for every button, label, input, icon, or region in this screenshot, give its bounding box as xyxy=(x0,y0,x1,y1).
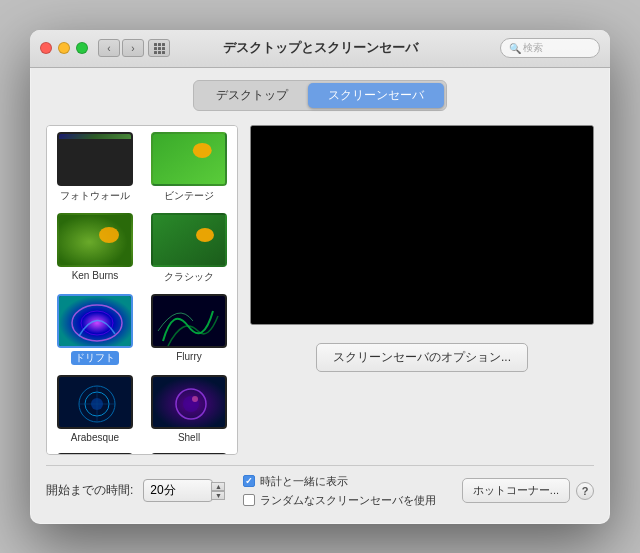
screensaver-options-button[interactable]: スクリーンセーバのオプション... xyxy=(316,343,528,372)
search-icon: 🔍 xyxy=(509,43,521,54)
ss-item-fotowol[interactable]: フォトウォール xyxy=(51,130,139,205)
random-label: ランダムなスクリーンセーバを使用 xyxy=(260,493,436,508)
ss-thumb-fotowol xyxy=(57,132,133,186)
ss-label-fotowol: フォトウォール xyxy=(60,189,130,203)
search-placeholder: 検索 xyxy=(523,41,543,55)
bottom-controls: 開始までの時間: 20分 ▲ ▼ 時計と一緒に表示 ランダムなスクリーンセーバを… xyxy=(46,465,594,508)
close-button[interactable] xyxy=(40,42,52,54)
ss-thumb-message: Aa xyxy=(57,453,133,455)
random-checkbox-row: ランダムなスクリーンセーバを使用 xyxy=(243,493,451,508)
ss-thumb-kenburns xyxy=(57,213,133,267)
ss-thumb-shell xyxy=(151,375,227,429)
svg-rect-3 xyxy=(59,215,133,267)
nav-buttons: ‹ › xyxy=(98,39,144,57)
svg-rect-0 xyxy=(153,133,225,184)
ss-label-kenburns: Ken Burns xyxy=(72,270,119,281)
svg-rect-5 xyxy=(153,215,227,267)
time-step-down[interactable]: ▼ xyxy=(211,491,225,500)
grid-icon xyxy=(154,43,165,54)
content-area: デスクトップ スクリーンセーバ フォトウォ xyxy=(30,68,610,524)
maximize-button[interactable] xyxy=(76,42,88,54)
tab-desktop[interactable]: デスクトップ xyxy=(196,83,308,108)
titlebar: ‹ › デスクトップとスクリーンセーバ 🔍 検索 xyxy=(30,30,610,68)
svg-point-6 xyxy=(196,228,214,242)
random-checkbox[interactable] xyxy=(243,494,255,506)
svg-point-1 xyxy=(193,142,212,157)
time-stepper[interactable]: ▲ ▼ xyxy=(211,482,225,500)
time-select[interactable]: 20分 xyxy=(143,479,213,502)
minimize-button[interactable] xyxy=(58,42,70,54)
checkboxes: 時計と一緒に表示 ランダムなスクリーンセーバを使用 xyxy=(243,474,451,508)
ss-label-shell: Shell xyxy=(178,432,200,443)
ss-item-shell[interactable]: Shell xyxy=(145,373,233,445)
time-value: 20分 xyxy=(150,482,175,499)
ss-item-arabesque[interactable]: Arabesque xyxy=(51,373,139,445)
clock-label: 時計と一緒に表示 xyxy=(260,474,348,489)
help-button[interactable]: ? xyxy=(576,482,594,500)
ss-label-vintage: ビンテージ xyxy=(164,189,214,203)
ss-label-drift: ドリフト xyxy=(71,351,119,365)
window-title: デスクトップとスクリーンセーバ xyxy=(223,39,418,57)
grid-view-button[interactable] xyxy=(148,39,170,57)
ss-item-classic[interactable]: クラシック xyxy=(145,211,233,286)
preview-area: スクリーンセーバのオプション... xyxy=(250,125,594,455)
ss-item-drift[interactable]: ドリフト xyxy=(51,292,139,367)
tab-group: デスクトップ スクリーンセーバ xyxy=(193,80,447,111)
traffic-lights xyxy=(40,42,88,54)
preview-screen xyxy=(250,125,594,325)
time-label: 開始までの時間: xyxy=(46,482,133,499)
back-button[interactable]: ‹ xyxy=(98,39,120,57)
ss-thumb-flurry xyxy=(151,294,227,348)
ss-thumb-classic xyxy=(151,213,227,267)
search-box[interactable]: 🔍 検索 xyxy=(500,38,600,58)
ss-thumb-album xyxy=(151,453,227,455)
hot-corners-button[interactable]: ホットコーナー... xyxy=(462,478,570,503)
time-selector: 20分 ▲ ▼ xyxy=(143,479,225,502)
clock-checkbox[interactable] xyxy=(243,475,255,487)
tab-bar: デスクトップ スクリーンセーバ xyxy=(46,80,594,111)
time-step-up[interactable]: ▲ xyxy=(211,482,225,491)
ss-label-arabesque: Arabesque xyxy=(71,432,119,443)
ss-label-flurry: Flurry xyxy=(176,351,202,362)
ss-label-classic: クラシック xyxy=(164,270,214,284)
screensaver-grid: フォトウォール xyxy=(51,130,233,455)
main-panel: フォトウォール xyxy=(46,125,594,455)
preview-black xyxy=(251,126,593,324)
screensaver-list[interactable]: フォトウォール xyxy=(46,125,238,455)
ss-thumb-drift xyxy=(57,294,133,348)
right-controls: ホットコーナー... ? xyxy=(462,478,594,503)
svg-point-4 xyxy=(99,227,119,243)
tab-screensaver[interactable]: スクリーンセーバ xyxy=(308,83,444,108)
ss-thumb-arabesque xyxy=(57,375,133,429)
ss-item-vintage[interactable]: ビンテージ xyxy=(145,130,233,205)
ss-item-album[interactable]: アルバムアートワーク xyxy=(145,451,233,455)
main-window: ‹ › デスクトップとスクリーンセーバ 🔍 検索 デスクトップ スクリーンセーバ xyxy=(30,30,610,524)
ss-item-message[interactable]: Aa メッセージ xyxy=(51,451,139,455)
ss-item-kenburns[interactable]: Ken Burns xyxy=(51,211,139,286)
ss-item-flurry[interactable]: Flurry xyxy=(145,292,233,367)
clock-checkbox-row: 時計と一緒に表示 xyxy=(243,474,451,489)
forward-button[interactable]: › xyxy=(122,39,144,57)
svg-point-20 xyxy=(192,396,198,402)
ss-thumb-vintage xyxy=(151,132,227,186)
